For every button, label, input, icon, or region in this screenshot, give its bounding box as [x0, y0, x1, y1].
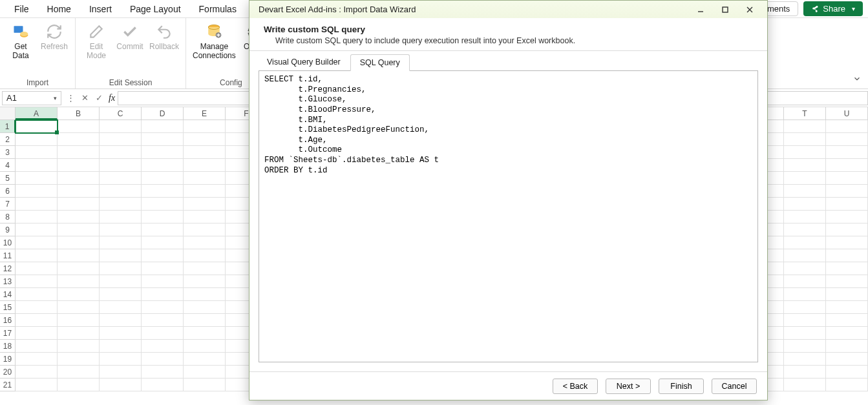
cell-T6[interactable]	[784, 185, 826, 198]
cell-C19[interactable]	[100, 353, 142, 366]
cell-T19[interactable]	[784, 353, 826, 366]
row-header-7[interactable]: 7	[0, 198, 16, 211]
row-header-18[interactable]: 18	[0, 340, 16, 353]
cell-B19[interactable]	[58, 353, 100, 366]
cell-T4[interactable]	[784, 159, 826, 172]
cell-D21[interactable]	[142, 379, 184, 391]
refresh-button[interactable]: Refresh	[40, 22, 69, 52]
cell-D8[interactable]	[142, 211, 184, 223]
cell-C3[interactable]	[100, 146, 142, 159]
cell-C21[interactable]	[100, 379, 142, 391]
cell-T9[interactable]	[784, 223, 826, 236]
cell-C18[interactable]	[100, 340, 142, 353]
cell-T13[interactable]	[784, 275, 826, 288]
cell-T3[interactable]	[784, 146, 826, 159]
row-header-11[interactable]: 11	[0, 249, 16, 262]
cell-D15[interactable]	[142, 301, 184, 314]
cell-D19[interactable]	[142, 353, 184, 366]
cell-U11[interactable]	[826, 249, 868, 262]
cell-T20[interactable]	[784, 366, 826, 379]
cell-T11[interactable]	[784, 249, 826, 262]
cell-E6[interactable]	[184, 185, 226, 198]
cell-D5[interactable]	[142, 172, 184, 185]
cell-C17[interactable]	[100, 327, 142, 340]
cell-C12[interactable]	[100, 262, 142, 275]
cell-D14[interactable]	[142, 288, 184, 301]
cell-E14[interactable]	[184, 288, 226, 301]
cell-E19[interactable]	[184, 353, 226, 366]
cell-T16[interactable]	[784, 314, 826, 327]
row-header-21[interactable]: 21	[0, 379, 16, 391]
cell-T18[interactable]	[784, 340, 826, 353]
cell-U8[interactable]	[826, 211, 868, 223]
row-header-9[interactable]: 9	[0, 223, 16, 236]
cell-U7[interactable]	[826, 198, 868, 211]
cell-A16[interactable]	[16, 314, 58, 327]
cell-C6[interactable]	[100, 185, 142, 198]
row-header-15[interactable]: 15	[0, 301, 16, 314]
cell-A5[interactable]	[16, 172, 58, 185]
cell-E11[interactable]	[184, 249, 226, 262]
cell-E12[interactable]	[184, 262, 226, 275]
column-header-D[interactable]: D	[142, 107, 184, 119]
cell-E3[interactable]	[184, 146, 226, 159]
cell-E5[interactable]	[184, 172, 226, 185]
row-header-2[interactable]: 2	[0, 133, 16, 146]
cell-D17[interactable]	[142, 327, 184, 340]
cell-E4[interactable]	[184, 159, 226, 172]
cell-D16[interactable]	[142, 314, 184, 327]
cell-U1[interactable]	[826, 120, 868, 133]
get-data-button[interactable]: GetData	[6, 22, 35, 61]
cell-A13[interactable]	[16, 275, 58, 288]
cell-A14[interactable]	[16, 288, 58, 301]
cell-U16[interactable]	[826, 314, 868, 327]
cell-D13[interactable]	[142, 275, 184, 288]
row-header-8[interactable]: 8	[0, 211, 16, 223]
cell-E1[interactable]	[184, 120, 226, 133]
cell-D18[interactable]	[142, 340, 184, 353]
back-button[interactable]: < Back	[553, 379, 598, 394]
cell-E8[interactable]	[184, 211, 226, 223]
row-header-5[interactable]: 5	[0, 172, 16, 185]
cell-C14[interactable]	[100, 288, 142, 301]
cell-U13[interactable]	[826, 275, 868, 288]
cell-C7[interactable]	[100, 198, 142, 211]
cell-U9[interactable]	[826, 223, 868, 236]
cell-D11[interactable]	[142, 249, 184, 262]
cell-A7[interactable]	[16, 198, 58, 211]
cell-A10[interactable]	[16, 236, 58, 249]
cell-E18[interactable]	[184, 340, 226, 353]
share-button[interactable]: Share ▾	[803, 1, 863, 16]
cell-D12[interactable]	[142, 262, 184, 275]
cell-A20[interactable]	[16, 366, 58, 379]
cell-E20[interactable]	[184, 366, 226, 379]
cell-A18[interactable]	[16, 340, 58, 353]
cell-E13[interactable]	[184, 275, 226, 288]
row-header-6[interactable]: 6	[0, 185, 16, 198]
cell-D1[interactable]	[142, 120, 184, 133]
cell-A9[interactable]	[16, 223, 58, 236]
row-header-10[interactable]: 10	[0, 236, 16, 249]
cell-E17[interactable]	[184, 327, 226, 340]
cell-A21[interactable]	[16, 379, 58, 391]
cell-D4[interactable]	[142, 159, 184, 172]
column-header-T[interactable]: T	[784, 107, 826, 119]
cell-B9[interactable]	[58, 223, 100, 236]
cell-T14[interactable]	[784, 288, 826, 301]
column-header-B[interactable]: B	[58, 107, 100, 119]
cell-A12[interactable]	[16, 262, 58, 275]
cell-U21[interactable]	[826, 379, 868, 391]
cell-E15[interactable]	[184, 301, 226, 314]
cell-B6[interactable]	[58, 185, 100, 198]
row-header-19[interactable]: 19	[0, 353, 16, 366]
cell-U19[interactable]	[826, 353, 868, 366]
cell-U2[interactable]	[826, 133, 868, 146]
cell-B10[interactable]	[58, 236, 100, 249]
column-header-U[interactable]: U	[826, 107, 868, 119]
cell-U17[interactable]	[826, 327, 868, 340]
row-header-16[interactable]: 16	[0, 314, 16, 327]
row-header-4[interactable]: 4	[0, 159, 16, 172]
cell-C8[interactable]	[100, 211, 142, 223]
cell-E10[interactable]	[184, 236, 226, 249]
cell-E2[interactable]	[184, 133, 226, 146]
